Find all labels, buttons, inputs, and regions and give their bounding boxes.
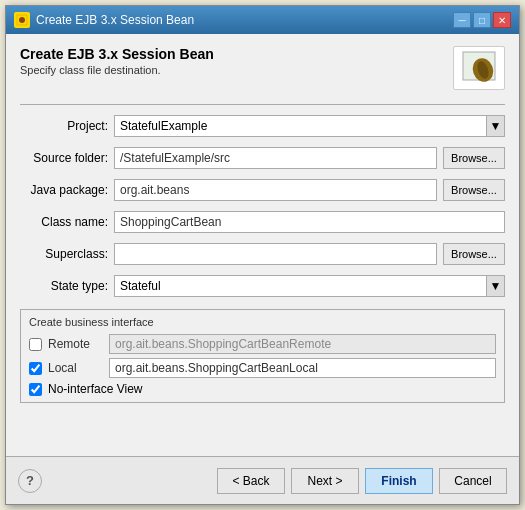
business-interface-section: Create business interface Remote Local N… xyxy=(20,309,505,403)
footer-right: < Back Next > Finish Cancel xyxy=(217,468,507,494)
superclass-input[interactable] xyxy=(114,243,437,265)
remote-checkbox[interactable] xyxy=(29,338,42,351)
main-content: Create EJB 3.x Session Bean Specify clas… xyxy=(6,34,519,456)
state-type-input[interactable] xyxy=(115,276,486,296)
window-title: Create EJB 3.x Session Bean xyxy=(36,13,194,27)
class-name-row: Class name: xyxy=(20,211,505,233)
superclass-row: Superclass: Browse... xyxy=(20,243,505,265)
superclass-label: Superclass: xyxy=(20,247,108,261)
no-interface-row: No-interface View xyxy=(29,382,496,396)
source-folder-label: Source folder: xyxy=(20,151,108,165)
finish-button[interactable]: Finish xyxy=(365,468,433,494)
java-package-input[interactable] xyxy=(114,179,437,201)
footer: ? < Back Next > Finish Cancel xyxy=(6,456,519,504)
project-label: Project: xyxy=(20,119,108,133)
state-type-row: State type: ▼ xyxy=(20,275,505,297)
business-interface-title: Create business interface xyxy=(29,316,496,328)
maximize-button[interactable]: □ xyxy=(473,12,491,28)
class-name-label: Class name: xyxy=(20,215,108,229)
no-interface-label[interactable]: No-interface View xyxy=(48,382,143,396)
remote-input[interactable] xyxy=(109,334,496,354)
svg-point-1 xyxy=(19,17,25,23)
window-icon xyxy=(14,12,30,28)
project-dropdown-arrow[interactable]: ▼ xyxy=(486,116,504,136)
java-package-label: Java package: xyxy=(20,183,108,197)
java-package-row: Java package: Browse... xyxy=(20,179,505,201)
state-type-label: State type: xyxy=(20,279,108,293)
close-button[interactable]: ✕ xyxy=(493,12,511,28)
page-title: Create EJB 3.x Session Bean xyxy=(20,46,214,62)
local-row: Local xyxy=(29,358,496,378)
header-section: Create EJB 3.x Session Bean Specify clas… xyxy=(20,46,505,90)
divider xyxy=(20,104,505,105)
java-package-browse-button[interactable]: Browse... xyxy=(443,179,505,201)
local-label[interactable]: Local xyxy=(48,361,103,375)
class-name-input[interactable] xyxy=(114,211,505,233)
project-input[interactable] xyxy=(115,116,486,136)
bean-icon xyxy=(461,50,497,86)
main-window: Create EJB 3.x Session Bean ─ □ ✕ Create… xyxy=(5,5,520,505)
page-subtitle: Specify class file destination. xyxy=(20,64,214,76)
superclass-browse-button[interactable]: Browse... xyxy=(443,243,505,265)
remote-row: Remote xyxy=(29,334,496,354)
header-icon xyxy=(453,46,505,90)
title-bar-left: Create EJB 3.x Session Bean xyxy=(14,12,194,28)
header-text: Create EJB 3.x Session Bean Specify clas… xyxy=(20,46,214,76)
project-combo[interactable]: ▼ xyxy=(114,115,505,137)
state-type-dropdown-arrow[interactable]: ▼ xyxy=(486,276,504,296)
local-checkbox[interactable] xyxy=(29,362,42,375)
local-input[interactable] xyxy=(109,358,496,378)
source-folder-browse-button[interactable]: Browse... xyxy=(443,147,505,169)
help-button[interactable]: ? xyxy=(18,469,42,493)
cancel-button[interactable]: Cancel xyxy=(439,468,507,494)
footer-left: ? xyxy=(18,469,217,493)
source-folder-input[interactable] xyxy=(114,147,437,169)
no-interface-checkbox[interactable] xyxy=(29,383,42,396)
remote-label[interactable]: Remote xyxy=(48,337,103,351)
next-button[interactable]: Next > xyxy=(291,468,359,494)
back-button[interactable]: < Back xyxy=(217,468,285,494)
title-bar: Create EJB 3.x Session Bean ─ □ ✕ xyxy=(6,6,519,34)
project-row: Project: ▼ xyxy=(20,115,505,137)
title-buttons: ─ □ ✕ xyxy=(453,12,511,28)
source-folder-row: Source folder: Browse... xyxy=(20,147,505,169)
minimize-button[interactable]: ─ xyxy=(453,12,471,28)
state-type-combo[interactable]: ▼ xyxy=(114,275,505,297)
